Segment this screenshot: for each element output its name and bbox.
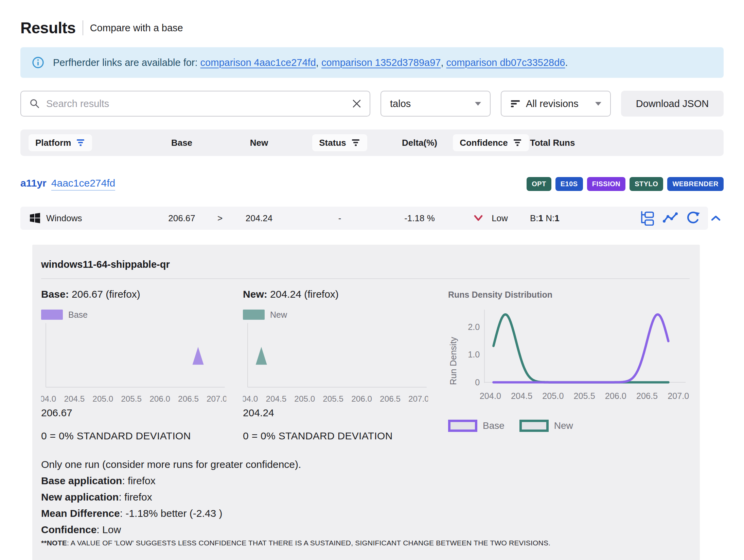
controls-bar: talos All revisions Download JSON: [20, 91, 724, 117]
new-stddev: 0 = 0% STANDARD DEVIATION: [243, 430, 448, 442]
density-legend-label: New: [554, 420, 573, 431]
density-legend-swatch: [519, 420, 549, 432]
comparison-link[interactable]: comparison 1352d3789a97: [321, 57, 441, 68]
density-column: Runs Density Distribution Run Density 01…: [448, 288, 690, 442]
platform-filter-button[interactable]: Platform: [29, 134, 92, 151]
comparison-link[interactable]: comparison 4aac1ce274fd: [200, 57, 316, 68]
svg-text:205.5: 205.5: [323, 394, 343, 403]
platform-row-wrap: Windows 206.67 > 204.24 - -1.18 % Low B:…: [20, 207, 724, 230]
banner-prefix: Perfherder links are available for:: [53, 57, 200, 68]
density-legend-label: Base: [483, 420, 504, 431]
row-confidence: Low: [492, 213, 508, 224]
only-one-run-note: Only one run (consider more runs for gre…: [41, 459, 690, 470]
chevron-down-icon: [475, 102, 481, 106]
framework-selected-value: talos: [390, 98, 470, 109]
base-run-column: Base: 206.67 (firefox) Base 204.0204.520…: [41, 288, 243, 442]
clear-search-icon[interactable]: [352, 99, 361, 108]
status-filter-button[interactable]: Status: [312, 134, 367, 151]
test-details-card: windows11-64-shippable-qr Base: 206.67 (…: [32, 245, 700, 560]
total-runs-header-label: Total Runs: [530, 138, 608, 148]
platform-header-label: Platform: [35, 138, 71, 148]
search-box: [20, 91, 370, 117]
comparison-link[interactable]: comparison db07c33528d6: [446, 57, 565, 68]
status-header-label: Status: [319, 138, 346, 148]
new-application-value: : firefox: [119, 491, 152, 503]
filter-icon: [76, 138, 85, 147]
confidence-line: Confidence: Low: [41, 524, 690, 536]
row-base-value: 206.67: [149, 213, 214, 224]
revisions-select[interactable]: All revisions: [501, 91, 611, 117]
confidence-filter-button[interactable]: Confidence: [453, 134, 529, 151]
svg-text:207.0: 207.0: [408, 394, 428, 403]
svg-text:205.0: 205.0: [542, 391, 564, 401]
framework-select[interactable]: talos: [380, 91, 491, 117]
row-new-value: 204.24: [226, 213, 292, 224]
runs-new-label: N:: [546, 213, 554, 223]
results-table-header: Platform Base New Status Delta(%): [20, 129, 724, 156]
svg-text:1.0: 1.0: [468, 350, 480, 359]
new-runs-chart: 204.0204.5205.0205.5206.0206.5207.0: [243, 322, 428, 404]
svg-text:204.0: 204.0: [243, 394, 258, 403]
svg-text:206.5: 206.5: [636, 391, 658, 401]
svg-text:204.5: 204.5: [266, 394, 287, 403]
search-input[interactable]: [46, 98, 346, 109]
mean-difference-value: : -1.18% better (-2.43 ): [120, 508, 223, 519]
new-run-column: New: 204.24 (firefox) New 204.0204.5205.…: [243, 288, 448, 442]
confidence-header-label: Confidence: [460, 138, 508, 148]
collapse-row-icon[interactable]: [708, 215, 724, 221]
filter-icon: [513, 138, 522, 147]
download-json-button[interactable]: Download JSON: [621, 91, 724, 117]
row-comparison-sign: >: [214, 213, 226, 224]
note-value: : A VALUE OF 'LOW' SUGGESTS LESS CONFIDE…: [67, 539, 550, 547]
windows-logo-icon: [29, 212, 41, 224]
density-chart-title: Runs Density Distribution: [448, 290, 690, 300]
svg-text:204.0: 204.0: [480, 391, 501, 401]
base-run-value: 206.67: [41, 407, 243, 419]
search-icon: [29, 98, 40, 109]
subtests-icon[interactable]: [639, 211, 655, 226]
mean-difference-label: Mean Difference: [41, 508, 120, 519]
svg-text:207.0: 207.0: [207, 394, 226, 403]
base-legend-label: Base: [68, 310, 88, 320]
new-run-value: 204.24: [243, 407, 448, 419]
mean-difference-line: Mean Difference: -1.18% better (-2.43 ): [41, 508, 690, 519]
svg-text:206.5: 206.5: [178, 394, 199, 403]
test-name: windows11-64-shippable-qr: [41, 254, 690, 279]
note-label: **NOTE: [41, 539, 67, 547]
svg-text:205.5: 205.5: [574, 391, 595, 401]
graph-icon[interactable]: [662, 212, 678, 225]
charts-row: Base: 206.67 (firefox) Base 204.0204.520…: [41, 288, 690, 442]
page-subtitle: Compare with a base: [90, 22, 183, 34]
runs-new-count: 1: [554, 213, 559, 223]
runs-base-label: B:: [530, 213, 538, 223]
new-application-line: New application: firefox: [41, 491, 690, 503]
density-legend-item: Base: [448, 420, 504, 432]
revisions-selected-value: All revisions: [526, 98, 590, 109]
new-chart-legend: New: [243, 310, 448, 320]
detail-text: Only one run (consider more runs for gre…: [41, 459, 690, 547]
density-legend-item: New: [519, 420, 573, 432]
svg-text:205.0: 205.0: [92, 394, 113, 403]
regression-down-icon: [474, 215, 483, 221]
suite-revision-link[interactable]: 4aac1ce274fd: [51, 177, 116, 191]
info-icon: [32, 56, 44, 69]
retrigger-icon[interactable]: [686, 211, 701, 226]
svg-text:204.5: 204.5: [64, 394, 85, 403]
svg-text:206.0: 206.0: [149, 394, 170, 403]
svg-text:2.0: 2.0: [468, 322, 480, 332]
new-label: New:: [243, 288, 267, 300]
delta-header-label: Delta(%): [387, 138, 452, 148]
density-chart: 01.02.0204.0204.5205.0205.5206.0206.5207…: [459, 303, 690, 405]
job-type-badge: OPT: [527, 177, 551, 191]
platform-result-row[interactable]: Windows 206.67 > 204.24 - -1.18 % Low B:…: [20, 207, 708, 230]
job-type-badge: FISSION: [587, 177, 626, 191]
svg-text:207.0: 207.0: [668, 391, 689, 401]
chevron-down-icon: [595, 102, 601, 106]
base-application-label: Base application: [41, 475, 122, 486]
page: Results Compare with a base Perfherder l…: [0, 0, 744, 560]
suite-name-link[interactable]: a11yr: [20, 177, 47, 189]
suite-badges: OPTE10SFISSIONSTYLOWEBRENDER: [527, 177, 724, 191]
svg-text:206.0: 206.0: [351, 394, 372, 403]
new-run-header: New: 204.24 (firefox): [243, 288, 448, 300]
perfherder-links-banner: Perfherder links are available for: comp…: [20, 47, 724, 78]
